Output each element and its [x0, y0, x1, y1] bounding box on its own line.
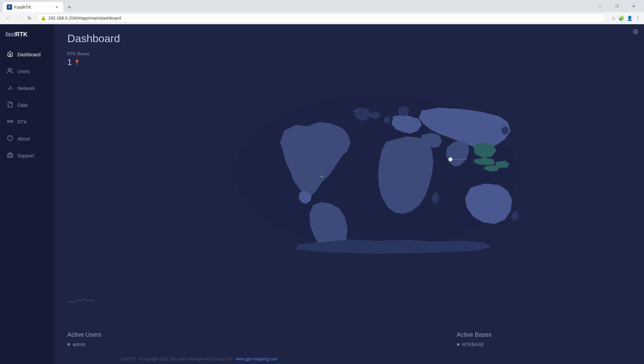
forward-button[interactable]: →	[15, 14, 23, 22]
app-logo: fastRTK	[0, 24, 54, 46]
svg-point-4	[10, 121, 11, 122]
sidebar-item-users[interactable]: Users	[0, 63, 54, 80]
svg-rect-8	[8, 154, 13, 157]
rtk-bases-count: 1 📍	[67, 58, 90, 67]
world-map-container	[108, 34, 644, 310]
rtk-bases-info: RTK Bases 1 📍	[67, 51, 90, 67]
sidebar-item-data[interactable]: Data	[0, 97, 54, 114]
sidebar-label-dashboard: Dashboard	[18, 52, 41, 57]
sidebar-label-users: Users	[18, 69, 30, 74]
network-icon	[7, 85, 13, 92]
activity-line-chart	[67, 295, 94, 305]
active-user-item: admin	[67, 342, 241, 347]
new-tab-button[interactable]: +	[65, 3, 74, 12]
rtk-bases-number: 1	[67, 58, 72, 67]
footer-logo: fastRTK	[121, 357, 136, 361]
active-users-title: Active Users	[67, 331, 241, 338]
sidebar-item-dashboard[interactable]: Dashboard	[0, 46, 54, 63]
activity-chart	[67, 295, 94, 307]
rtk-pin-icon: 📍	[74, 59, 80, 66]
browser-actions: ☆ 🧩 👤 ⋮	[611, 16, 640, 21]
sidebar-label-rtk: RTK	[18, 119, 27, 125]
world-map	[233, 88, 519, 256]
tab-close-button[interactable]: ✕	[54, 4, 59, 10]
footer-copyright: (C)opyright 2021 Discovery Management Gr…	[138, 357, 233, 361]
data-icon	[7, 101, 13, 109]
sidebar-item-about[interactable]: About	[0, 130, 54, 147]
sidebar-label-network: Network	[18, 86, 35, 91]
svg-point-0	[8, 68, 10, 70]
active-users-section: Active Users admin	[67, 331, 241, 347]
window-controls: — ❐ ✕	[592, 0, 644, 12]
active-user-dot	[67, 343, 70, 346]
active-bases-section: Active Bases RTKBASE	[457, 331, 631, 347]
sidebar-item-support[interactable]: Support	[0, 147, 54, 164]
about-icon	[7, 135, 13, 143]
sidebar: fastRTK Dashboard Users	[0, 24, 54, 364]
sidebar-item-rtk[interactable]: RTK	[0, 114, 54, 130]
bookmark-button[interactable]: ☆	[611, 16, 616, 21]
settings-button[interactable]: ⚙	[633, 28, 639, 36]
menu-button[interactable]: ⋮	[635, 16, 640, 21]
restore-button[interactable]: ❐	[609, 0, 624, 12]
url-text: 192.168.0.204/#/app/main/dashboard	[48, 16, 121, 21]
svg-point-11	[320, 176, 322, 177]
active-user-name: admin	[73, 342, 86, 347]
app-layout: fastRTK Dashboard Users	[0, 24, 644, 364]
profile-button[interactable]: 👤	[627, 16, 633, 21]
sidebar-label-support: Support	[18, 153, 34, 158]
tab-favicon: F	[7, 4, 12, 10]
refresh-button[interactable]: ↻	[26, 14, 34, 22]
app-footer: fastRTK (C)opyright 2021 Discovery Manag…	[108, 357, 644, 361]
close-button[interactable]: ✕	[626, 0, 641, 12]
tab-title: FastRTK	[14, 5, 52, 10]
security-icon: 🔒	[41, 16, 46, 21]
rtk-bases-label: RTK Bases	[67, 51, 90, 56]
minimize-button[interactable]: —	[592, 0, 608, 12]
logo-rtk: RTK	[15, 31, 28, 38]
home-icon	[7, 51, 13, 58]
bottom-stats: Active Users admin Active Bases RTKBASE	[67, 331, 631, 347]
active-base-dot	[457, 343, 460, 346]
active-base-name: RTKBASE	[462, 342, 484, 347]
browser-tab[interactable]: F FastRTK ✕	[3, 2, 63, 12]
sidebar-item-network[interactable]: Network	[0, 80, 54, 97]
extensions-button[interactable]: 🧩	[618, 16, 624, 21]
active-bases-title: Active Bases	[457, 331, 631, 338]
support-icon	[7, 152, 13, 159]
back-button[interactable]: ←	[4, 14, 12, 22]
main-content: ⚙ Dashboard RTK Bases 1 📍	[54, 24, 644, 364]
rtk-icon	[7, 118, 13, 126]
address-bar: ← → ↻ 🔒 192.168.0.204/#/app/main/dashboa…	[0, 12, 644, 24]
sidebar-label-data: Data	[18, 102, 28, 108]
url-input[interactable]: 🔒 192.168.0.204/#/app/main/dashboard	[36, 14, 606, 23]
users-icon	[7, 68, 13, 75]
footer-link[interactable]: www.gps-mapping.com	[236, 357, 277, 361]
sidebar-label-about: About	[18, 136, 30, 142]
active-base-item: RTKBASE	[457, 342, 631, 347]
logo-fast: fast	[5, 31, 15, 38]
